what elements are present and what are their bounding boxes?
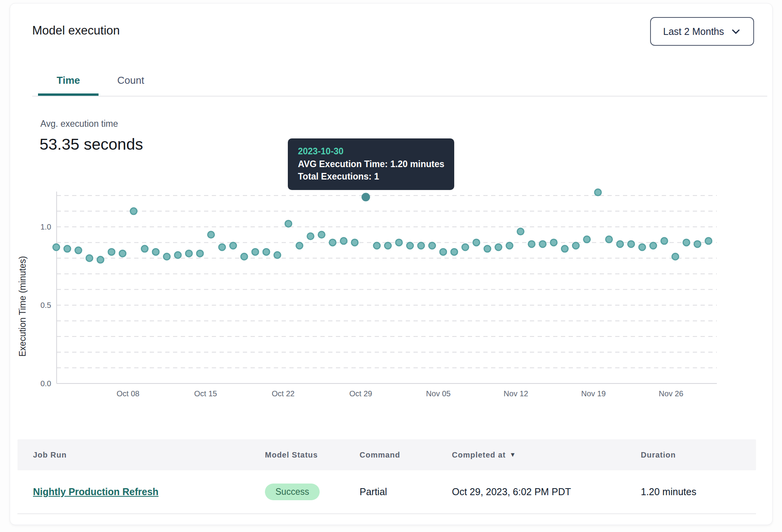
data-point[interactable] — [639, 244, 645, 250]
data-point[interactable] — [484, 245, 491, 252]
column-header-job-run[interactable]: Job Run — [33, 451, 265, 459]
data-point[interactable] — [97, 256, 104, 263]
data-point[interactable] — [175, 252, 181, 258]
data-point[interactable] — [152, 249, 159, 255]
data-point[interactable] — [606, 236, 612, 243]
data-point[interactable] — [418, 242, 424, 249]
data-point[interactable] — [694, 241, 701, 247]
column-header-model-status[interactable]: Model Status — [265, 451, 360, 459]
duration-cell: 1.20 minutes — [641, 486, 756, 497]
data-point[interactable] — [296, 242, 303, 249]
y-axis-title: Execution Time (minutes) — [17, 256, 28, 356]
data-point[interactable] — [318, 231, 325, 238]
data-point[interactable] — [396, 239, 402, 246]
data-point[interactable] — [53, 244, 60, 250]
column-header-completed-at[interactable]: Completed at ▼ — [452, 451, 641, 459]
tab-bar: Time Count — [32, 65, 767, 97]
data-point[interactable] — [385, 242, 391, 249]
data-point[interactable] — [341, 238, 347, 244]
completed-at-cell: Oct 29, 2023, 6:02 PM PDT — [452, 486, 641, 497]
data-point[interactable] — [307, 233, 314, 240]
data-point[interactable] — [197, 250, 203, 257]
data-point[interactable] — [186, 250, 192, 257]
data-point[interactable] — [506, 242, 513, 249]
x-tick-label: Nov 05 — [426, 389, 450, 398]
data-point[interactable] — [219, 244, 225, 250]
column-header-command[interactable]: Command — [360, 451, 452, 459]
data-point[interactable] — [252, 249, 259, 255]
data-point[interactable] — [683, 239, 690, 246]
x-tick-label: Nov 19 — [581, 389, 606, 398]
data-point[interactable] — [86, 255, 93, 261]
chevron-down-icon — [730, 26, 741, 37]
axes — [57, 192, 717, 383]
data-point[interactable] — [407, 242, 413, 249]
command-cell: Partial — [360, 486, 452, 497]
tab-count[interactable]: Count — [99, 65, 163, 96]
data-point[interactable] — [241, 253, 247, 260]
data-point[interactable] — [351, 239, 358, 246]
x-tick-label: Oct 22 — [272, 389, 295, 398]
sort-desc-icon: ▼ — [510, 451, 516, 458]
date-range-dropdown[interactable]: Last 2 Months — [650, 17, 754, 46]
data-point[interactable] — [429, 242, 436, 249]
data-point[interactable] — [208, 231, 215, 238]
data-point[interactable] — [64, 245, 71, 252]
data-point[interactable] — [164, 253, 170, 260]
data-point[interactable] — [263, 249, 270, 255]
data-point-selected[interactable] — [362, 193, 370, 201]
tab-time[interactable]: Time — [38, 65, 99, 96]
data-point[interactable] — [573, 242, 579, 249]
data-point[interactable] — [550, 239, 557, 246]
data-point[interactable] — [451, 249, 458, 255]
tooltip-date: 2023-10-30 — [298, 145, 444, 158]
x-tick-label: Oct 08 — [117, 389, 140, 398]
data-point[interactable] — [562, 245, 568, 252]
chart-tooltip: 2023-10-30 AVG Execution Time: 1.20 minu… — [288, 138, 454, 190]
x-tick-label: Nov 12 — [503, 389, 528, 398]
date-range-label: Last 2 Months — [663, 26, 724, 37]
data-point[interactable] — [130, 208, 137, 214]
scatter-points — [53, 189, 712, 263]
data-point[interactable] — [462, 244, 469, 250]
data-point[interactable] — [230, 242, 237, 249]
data-point[interactable] — [108, 249, 115, 255]
data-point[interactable] — [119, 250, 126, 257]
data-point[interactable] — [528, 241, 535, 247]
x-tick-label: Nov 26 — [659, 389, 683, 398]
gridlines — [57, 195, 717, 368]
avg-execution-time-value: 53.35 seconds — [40, 135, 143, 154]
data-point[interactable] — [440, 249, 446, 255]
data-point[interactable] — [584, 236, 590, 243]
column-header-duration[interactable]: Duration — [641, 451, 756, 459]
x-tick-label: Oct 15 — [194, 389, 217, 398]
table-header: Job Run Model Status Command Completed a… — [17, 439, 756, 470]
data-point[interactable] — [517, 228, 524, 235]
data-point[interactable] — [672, 253, 679, 260]
table-row: Nightly Production Refresh Success Parti… — [17, 470, 756, 514]
page-title: Model execution — [32, 24, 120, 38]
data-point[interactable] — [75, 247, 82, 254]
data-point[interactable] — [650, 242, 657, 249]
data-point[interactable] — [595, 189, 601, 196]
data-point[interactable] — [705, 238, 712, 244]
job-run-link[interactable]: Nightly Production Refresh — [33, 486, 159, 497]
data-point[interactable] — [374, 242, 380, 249]
y-tick-label: 0.5 — [40, 301, 51, 309]
y-tick-label: 1.0 — [40, 223, 51, 231]
avg-execution-time-label: Avg. execution time — [40, 119, 118, 129]
data-point[interactable] — [495, 244, 502, 250]
data-point[interactable] — [329, 239, 336, 246]
data-point[interactable] — [617, 241, 623, 247]
data-point[interactable] — [540, 241, 546, 247]
data-point[interactable] — [628, 241, 635, 247]
data-point[interactable] — [142, 245, 148, 252]
x-tick-label: Oct 29 — [349, 389, 372, 398]
y-tick-label: 0.0 — [40, 379, 51, 388]
tooltip-avg-line: AVG Execution Time: 1.20 minutes — [298, 158, 444, 170]
execution-time-scatter-chart: 0.00.51.0Execution Time (minutes)Oct 08O… — [0, 167, 782, 415]
data-point[interactable] — [285, 220, 292, 227]
data-point[interactable] — [274, 252, 281, 258]
data-point[interactable] — [473, 239, 480, 246]
data-point[interactable] — [661, 238, 668, 244]
